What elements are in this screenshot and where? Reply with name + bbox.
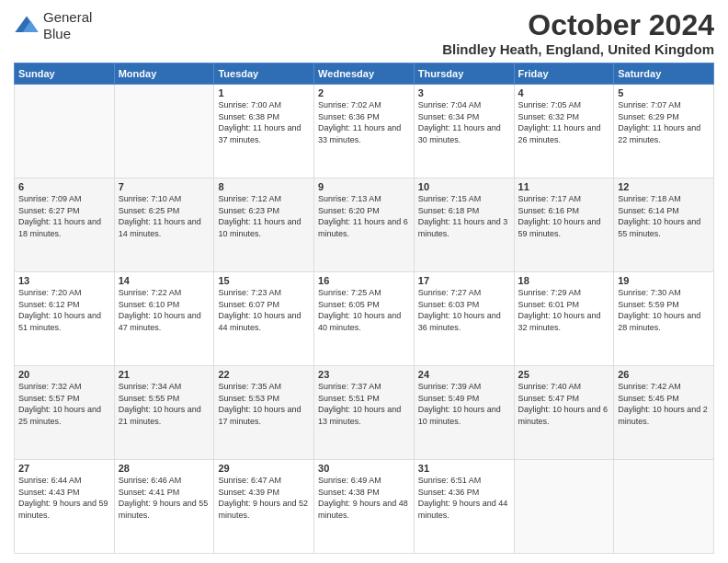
header-row: Sunday Monday Tuesday Wednesday Thursday… [15, 63, 714, 85]
day-detail: Sunrise: 7:12 AMSunset: 6:23 PMDaylight:… [218, 193, 310, 239]
week-row-4: 20Sunrise: 7:32 AMSunset: 5:57 PMDayligh… [15, 366, 714, 460]
day-cell [15, 85, 115, 178]
day-detail: Sunrise: 7:39 AMSunset: 5:49 PMDaylight:… [418, 381, 510, 427]
day-cell: 11Sunrise: 7:17 AMSunset: 6:16 PMDayligh… [514, 178, 614, 272]
day-cell: 31Sunrise: 6:51 AMSunset: 4:36 PMDayligh… [414, 460, 514, 554]
logo-text: General Blue [43, 9, 92, 42]
day-number: 23 [318, 369, 410, 380]
day-cell: 18Sunrise: 7:29 AMSunset: 6:01 PMDayligh… [514, 272, 614, 366]
day-cell: 1Sunrise: 7:00 AMSunset: 6:38 PMDaylight… [214, 85, 314, 178]
week-row-1: 1Sunrise: 7:00 AMSunset: 6:38 PMDaylight… [15, 85, 714, 178]
day-cell: 3Sunrise: 7:04 AMSunset: 6:34 PMDaylight… [414, 85, 514, 178]
day-detail: Sunrise: 6:44 AMSunset: 4:43 PMDaylight:… [18, 475, 110, 521]
col-tuesday: Tuesday [214, 63, 314, 85]
day-number: 24 [418, 369, 510, 380]
day-cell: 22Sunrise: 7:35 AMSunset: 5:53 PMDayligh… [214, 366, 314, 460]
day-number: 25 [518, 369, 610, 380]
day-cell: 8Sunrise: 7:12 AMSunset: 6:23 PMDaylight… [214, 178, 314, 272]
day-detail: Sunrise: 7:05 AMSunset: 6:32 PMDaylight:… [518, 99, 610, 145]
day-detail: Sunrise: 7:18 AMSunset: 6:14 PMDaylight:… [618, 193, 710, 239]
day-number: 2 [318, 87, 410, 98]
title-block: October 2024 Blindley Heath, England, Un… [442, 9, 714, 57]
day-number: 27 [18, 463, 110, 474]
day-number: 10 [418, 181, 510, 192]
day-cell: 15Sunrise: 7:23 AMSunset: 6:07 PMDayligh… [214, 272, 314, 366]
page: General Blue October 2024 Blindley Heath… [0, 0, 728, 563]
day-number: 4 [518, 87, 610, 98]
week-row-2: 6Sunrise: 7:09 AMSunset: 6:27 PMDaylight… [15, 178, 714, 272]
day-cell: 20Sunrise: 7:32 AMSunset: 5:57 PMDayligh… [15, 366, 115, 460]
day-cell: 19Sunrise: 7:30 AMSunset: 5:59 PMDayligh… [614, 272, 714, 366]
day-cell [114, 85, 214, 178]
day-cell: 12Sunrise: 7:18 AMSunset: 6:14 PMDayligh… [614, 178, 714, 272]
day-cell: 21Sunrise: 7:34 AMSunset: 5:55 PMDayligh… [114, 366, 214, 460]
day-number: 14 [119, 275, 210, 286]
logo: General Blue [14, 9, 92, 42]
day-detail: Sunrise: 6:46 AMSunset: 4:41 PMDaylight:… [119, 475, 210, 521]
month-title: October 2024 [442, 9, 714, 41]
day-number: 8 [218, 181, 310, 192]
day-cell [614, 460, 714, 554]
day-cell: 14Sunrise: 7:22 AMSunset: 6:10 PMDayligh… [114, 272, 214, 366]
day-cell: 7Sunrise: 7:10 AMSunset: 6:25 PMDaylight… [114, 178, 214, 272]
col-wednesday: Wednesday [314, 63, 415, 85]
day-detail: Sunrise: 7:04 AMSunset: 6:34 PMDaylight:… [418, 99, 510, 145]
day-cell: 25Sunrise: 7:40 AMSunset: 5:47 PMDayligh… [514, 366, 614, 460]
calendar-table: Sunday Monday Tuesday Wednesday Thursday… [14, 63, 714, 554]
day-number: 13 [18, 275, 110, 286]
col-saturday: Saturday [614, 63, 714, 85]
day-number: 21 [119, 369, 210, 380]
day-detail: Sunrise: 7:07 AMSunset: 6:29 PMDaylight:… [618, 99, 710, 145]
week-row-5: 27Sunrise: 6:44 AMSunset: 4:43 PMDayligh… [15, 460, 714, 554]
day-number: 31 [418, 463, 510, 474]
day-detail: Sunrise: 7:15 AMSunset: 6:18 PMDaylight:… [418, 193, 510, 239]
day-number: 7 [119, 181, 210, 192]
day-number: 30 [318, 463, 410, 474]
day-cell: 30Sunrise: 6:49 AMSunset: 4:38 PMDayligh… [314, 460, 415, 554]
day-number: 22 [218, 369, 310, 380]
day-detail: Sunrise: 7:23 AMSunset: 6:07 PMDaylight:… [218, 287, 310, 333]
day-number: 1 [218, 87, 310, 98]
col-friday: Friday [514, 63, 614, 85]
day-number: 17 [418, 275, 510, 286]
logo-icon [14, 13, 40, 39]
day-detail: Sunrise: 7:29 AMSunset: 6:01 PMDaylight:… [518, 287, 610, 333]
day-number: 6 [18, 181, 110, 192]
day-cell: 13Sunrise: 7:20 AMSunset: 6:12 PMDayligh… [15, 272, 115, 366]
day-detail: Sunrise: 7:20 AMSunset: 6:12 PMDaylight:… [18, 287, 110, 333]
day-cell: 23Sunrise: 7:37 AMSunset: 5:51 PMDayligh… [314, 366, 415, 460]
day-number: 16 [318, 275, 410, 286]
day-detail: Sunrise: 7:34 AMSunset: 5:55 PMDaylight:… [119, 381, 210, 427]
day-detail: Sunrise: 7:09 AMSunset: 6:27 PMDaylight:… [18, 193, 110, 239]
day-number: 12 [618, 181, 710, 192]
day-detail: Sunrise: 7:17 AMSunset: 6:16 PMDaylight:… [518, 193, 610, 239]
day-number: 15 [218, 275, 310, 286]
location: Blindley Heath, England, United Kingdom [442, 41, 714, 57]
day-detail: Sunrise: 7:40 AMSunset: 5:47 PMDaylight:… [518, 381, 610, 427]
day-cell: 29Sunrise: 6:47 AMSunset: 4:39 PMDayligh… [214, 460, 314, 554]
day-detail: Sunrise: 7:02 AMSunset: 6:36 PMDaylight:… [318, 99, 410, 145]
day-detail: Sunrise: 6:51 AMSunset: 4:36 PMDaylight:… [418, 475, 510, 521]
logo-line2: Blue [43, 26, 92, 42]
day-detail: Sunrise: 7:00 AMSunset: 6:38 PMDaylight:… [218, 99, 310, 145]
day-number: 19 [618, 275, 710, 286]
day-cell: 26Sunrise: 7:42 AMSunset: 5:45 PMDayligh… [614, 366, 714, 460]
day-number: 5 [618, 87, 710, 98]
day-cell [514, 460, 614, 554]
day-cell: 6Sunrise: 7:09 AMSunset: 6:27 PMDaylight… [15, 178, 115, 272]
col-monday: Monday [114, 63, 214, 85]
day-number: 20 [18, 369, 110, 380]
day-number: 3 [418, 87, 510, 98]
day-detail: Sunrise: 6:47 AMSunset: 4:39 PMDaylight:… [218, 475, 310, 521]
day-number: 9 [318, 181, 410, 192]
day-cell: 9Sunrise: 7:13 AMSunset: 6:20 PMDaylight… [314, 178, 415, 272]
day-cell: 24Sunrise: 7:39 AMSunset: 5:49 PMDayligh… [414, 366, 514, 460]
day-number: 29 [218, 463, 310, 474]
day-detail: Sunrise: 7:42 AMSunset: 5:45 PMDaylight:… [618, 381, 710, 427]
col-thursday: Thursday [414, 63, 514, 85]
day-cell: 10Sunrise: 7:15 AMSunset: 6:18 PMDayligh… [414, 178, 514, 272]
day-detail: Sunrise: 7:30 AMSunset: 5:59 PMDaylight:… [618, 287, 710, 333]
day-number: 26 [618, 369, 710, 380]
day-detail: Sunrise: 7:37 AMSunset: 5:51 PMDaylight:… [318, 381, 410, 427]
day-detail: Sunrise: 7:35 AMSunset: 5:53 PMDaylight:… [218, 381, 310, 427]
